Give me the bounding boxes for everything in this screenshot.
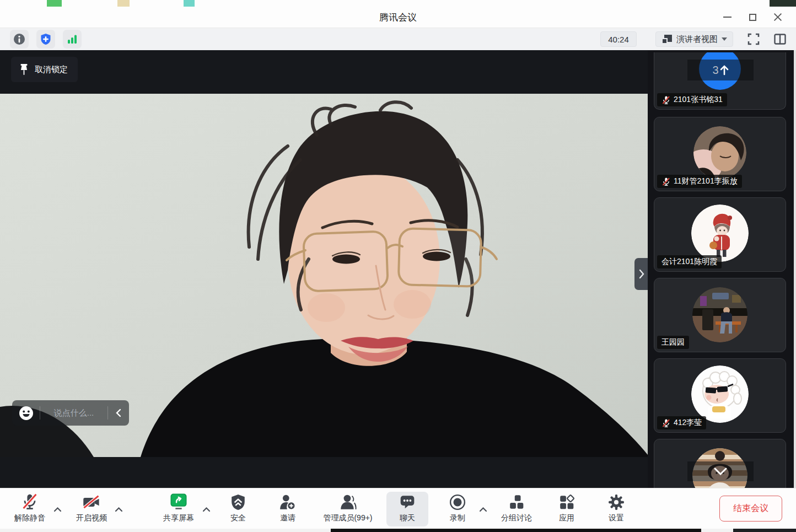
toolbar-top-left [10, 30, 82, 49]
network-signal-button[interactable] [63, 30, 82, 49]
participant-name: 王园园 [661, 337, 685, 347]
unmute-label: 解除静音 [14, 513, 45, 523]
participant-tile[interactable]: 412李莹 [654, 358, 786, 433]
desktop-edge-right [794, 50, 796, 488]
fullscreen-button[interactable] [745, 31, 762, 47]
start-video-button[interactable]: 开启视频 [71, 493, 112, 523]
view-mode-button[interactable]: 演讲者视图 [655, 31, 733, 47]
manage-members-label: 管理成员(99+) [323, 513, 372, 523]
participant-tile[interactable]: 王园园 [654, 278, 786, 352]
record-options-chevron[interactable] [477, 505, 488, 514]
chevron-right-icon [639, 269, 644, 279]
participant-name: 2101张书铭31 [674, 95, 723, 105]
desktop-fragment [733, 529, 796, 532]
participant-label: 412李莹 [657, 416, 706, 429]
record-circle-icon [449, 494, 466, 510]
participant-name: 11财管2101李振放 [674, 176, 738, 186]
participant-label: 11财管2101李振放 [657, 175, 742, 188]
participant-tile[interactable]: 11财管2101李振放 [654, 117, 786, 191]
chevron-up-icon [203, 507, 210, 512]
security-shield-icon [230, 494, 246, 510]
fullscreen-icon [747, 33, 760, 46]
settings-label: 设置 [609, 513, 624, 523]
collapse-chatbar-button[interactable] [108, 409, 129, 417]
microphone-muted-icon [661, 418, 671, 428]
maximize-button[interactable] [740, 7, 765, 28]
meeting-main-area: 取消锁定 说点什么... [0, 50, 796, 488]
chat-label: 聊天 [400, 513, 415, 523]
side-panel-button[interactable] [772, 31, 788, 47]
participant-name: 会计2101陈明霞 [661, 257, 717, 267]
tencent-meeting-window: 腾讯会议 [0, 0, 796, 532]
chevron-down-icon [722, 37, 727, 41]
microphone-muted-icon [21, 493, 39, 510]
audio-options-chevron[interactable] [52, 505, 63, 514]
window-title: 腾讯会议 [0, 11, 796, 24]
participants-sidebar: 3 2101张书铭31 [648, 50, 796, 488]
scroll-down-indicator[interactable] [687, 461, 754, 481]
record-button[interactable]: 录制 [441, 493, 474, 523]
end-meeting-button[interactable]: 结束会议 [719, 496, 782, 522]
minimize-icon [723, 17, 732, 18]
side-panel-icon [773, 33, 787, 46]
meeting-info-button[interactable] [10, 30, 29, 49]
desktop-fragment [47, 0, 62, 7]
invite-label: 邀请 [280, 513, 295, 523]
desktop-fragment [331, 529, 701, 532]
chat-bubble-icon [399, 494, 416, 510]
apps-button[interactable]: 应用 [552, 493, 581, 523]
arrow-up-icon [720, 65, 729, 76]
avatar [693, 126, 746, 179]
chat-input-placeholder[interactable]: 说点什么... [40, 408, 107, 418]
share-screen-button[interactable]: 共享屏幕 [157, 493, 201, 523]
meeting-controls-bar: 解除静音 开启视频 [0, 488, 796, 529]
sidebar-collapse-handle[interactable] [634, 258, 648, 290]
participant-tile[interactable] [654, 439, 786, 488]
minimize-button[interactable] [714, 7, 740, 28]
chevron-up-icon [115, 507, 122, 512]
chevron-up-icon [480, 507, 487, 512]
chevron-down-icon [713, 467, 728, 476]
close-icon [773, 13, 782, 22]
share-options-chevron[interactable] [201, 505, 212, 514]
participant-tile[interactable]: 会计2101陈明霞 [654, 197, 786, 272]
emoji-button[interactable] [12, 406, 40, 421]
start-video-label: 开启视频 [76, 513, 107, 523]
scroll-up-indicator[interactable]: 3 [687, 60, 754, 80]
gear-icon [608, 494, 625, 510]
network-signal-icon [66, 33, 78, 45]
invite-button[interactable]: 邀请 [272, 493, 303, 523]
chat-button[interactable]: 聊天 [386, 492, 428, 526]
desktop-fragment [770, 0, 796, 7]
meeting-protection-button[interactable] [36, 30, 55, 49]
breakout-rooms-label: 分组讨论 [501, 513, 532, 523]
breakout-rooms-button[interactable]: 分组讨论 [497, 493, 536, 523]
meeting-toolbar-top: 40:24 演讲者视图 [0, 28, 796, 50]
titlebar: 腾讯会议 [0, 7, 796, 28]
participant-label: 王园园 [657, 336, 689, 349]
speaker-view-layout-icon [661, 34, 673, 45]
apps-grid-icon [558, 494, 575, 510]
share-screen-label: 共享屏幕 [163, 513, 194, 523]
chevron-up-icon [54, 507, 61, 512]
close-button[interactable] [765, 7, 790, 28]
desktop-edge-top [0, 0, 796, 7]
participant-tile[interactable]: 3 2101张书铭31 [654, 52, 786, 110]
apps-label: 应用 [559, 513, 574, 523]
members-icon [339, 494, 357, 510]
speaker-video-area: 取消锁定 说点什么... [0, 50, 648, 488]
security-label: 安全 [230, 513, 246, 523]
unlock-pin-button[interactable]: 取消锁定 [11, 57, 78, 82]
microphone-muted-icon [661, 95, 671, 105]
video-options-chevron[interactable] [113, 505, 124, 514]
desktop-edge-bottom [0, 529, 796, 532]
maximize-icon [749, 14, 756, 21]
settings-button[interactable]: 设置 [602, 493, 631, 523]
breakout-rooms-icon [508, 494, 525, 510]
participant-name: 412李莹 [674, 418, 702, 428]
security-button[interactable]: 安全 [223, 493, 254, 523]
unmute-button[interactable]: 解除静音 [9, 493, 51, 523]
manage-members-button[interactable]: 管理成员(99+) [315, 493, 380, 523]
avatar [692, 287, 747, 342]
participant-label: 2101张书铭31 [657, 93, 727, 106]
